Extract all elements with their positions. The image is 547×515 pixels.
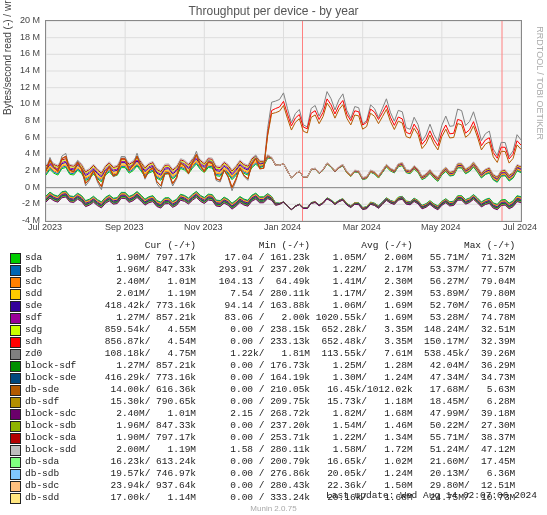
legend-swatch [10,445,21,456]
chart-container: Throughput per device - by year Bytes/se… [0,0,547,515]
chart-canvas [46,21,521,221]
legend-swatch [10,481,21,492]
x-tick: Nov 2023 [184,222,223,232]
legend-row: sda 1.90M/ 797.17k 17.04 / 161.23k 1.05M… [10,252,537,264]
legend-swatch [10,313,21,324]
legend-swatch [10,421,21,432]
legend-swatch [10,385,21,396]
legend-swatch [10,409,21,420]
chart-title: Throughput per device - by year [0,0,547,18]
plot-area [45,20,522,222]
legend-row: sdd 2.01M/ 1.19M 7.54 / 280.11k 1.17M/ 2… [10,288,537,300]
y-tick: -2 M [22,198,40,208]
legend-table: Cur (-/+) Min (-/+) Avg (-/+) Max (-/+)s… [10,240,537,504]
legend-row: zd0 108.18k/ 4.75M 1.22k/ 1.81M 113.55k/… [10,348,537,360]
rrdtool-watermark: RRDTOOL / TOBI OETIKER [535,26,545,140]
x-tick: Sep 2023 [105,222,144,232]
legend-header: Cur (-/+) Min (-/+) Avg (-/+) Max (-/+) [10,240,537,252]
y-tick: 0 M [25,182,40,192]
y-tick: 12 M [20,82,40,92]
y-tick: 18 M [20,32,40,42]
legend-swatch [10,289,21,300]
legend-swatch [10,361,21,372]
legend-row: block-sdb 1.96M/ 847.33k 0.00 / 237.20k … [10,420,537,432]
y-tick: 20 M [20,15,40,25]
legend-swatch [10,301,21,312]
x-tick: Jul 2024 [503,222,537,232]
legend-swatch [10,265,21,276]
x-tick: May 2024 [421,222,461,232]
legend-swatch [10,457,21,468]
y-tick: 8 M [25,115,40,125]
y-tick: 6 M [25,132,40,142]
legend-swatch [10,253,21,264]
last-update-text: Last update: Wed Aug 14 02:07:06 2024 [326,490,537,501]
legend-row: db-sda 16.23k/ 613.24k 0.00 / 200.79k 16… [10,456,537,468]
legend-swatch [10,277,21,288]
x-tick: Mar 2024 [343,222,381,232]
legend-row: db-sdb 19.57k/ 746.97k 0.00 / 276.86k 20… [10,468,537,480]
y-tick: 10 M [20,98,40,108]
legend-row: sdc 2.40M/ 1.01M 104.13 / 64.49k 1.41M/ … [10,276,537,288]
legend-row: block-sda 1.90M/ 797.17k 0.00 / 253.71k … [10,432,537,444]
x-tick: Jul 2023 [28,222,62,232]
legend-row: sde 418.42k/ 773.16k 94.14 / 163.88k 1.0… [10,300,537,312]
legend-swatch [10,349,21,360]
legend-row: sdf 1.27M/ 857.21k 83.06 / 2.00k 1020.55… [10,312,537,324]
y-axis-ticks: -4 M-2 M0 M2 M4 M6 M8 M10 M12 M14 M16 M1… [0,20,42,220]
legend-swatch [10,373,21,384]
x-axis-ticks: Jul 2023Sep 2023Nov 2023Jan 2024Mar 2024… [45,222,520,234]
legend-swatch [10,325,21,336]
legend-row: block-sdd 2.00M/ 1.19M 1.58 / 280.11k 1.… [10,444,537,456]
footer-watermark: Munin 2.0.75 [0,504,547,513]
legend-swatch [10,493,21,504]
y-tick: 4 M [25,148,40,158]
legend-swatch [10,337,21,348]
legend-row: sdg 859.54k/ 4.55M 0.00 / 238.15k 652.28… [10,324,537,336]
x-tick: Jan 2024 [264,222,301,232]
legend-row: block-sdf 1.27M/ 857.21k 0.00 / 176.73k … [10,360,537,372]
legend-swatch [10,397,21,408]
legend-row: block-sdc 2.40M/ 1.01M 2.15 / 268.72k 1.… [10,408,537,420]
y-tick: 14 M [20,65,40,75]
y-tick: 2 M [25,165,40,175]
y-tick: 16 M [20,48,40,58]
legend-swatch [10,469,21,480]
legend-row: block-sde 416.29k/ 773.16k 0.00 / 164.19… [10,372,537,384]
legend-swatch [10,433,21,444]
legend-row: sdh 856.87k/ 4.54M 0.00 / 233.13k 652.48… [10,336,537,348]
legend-row: db-sdf 15.30k/ 790.65k 0.00 / 209.75k 15… [10,396,537,408]
legend-row: db-sde 14.00k/ 616.36k 0.00 / 210.05k 16… [10,384,537,396]
legend-row: sdb 1.96M/ 847.33k 293.91 / 237.20k 1.22… [10,264,537,276]
